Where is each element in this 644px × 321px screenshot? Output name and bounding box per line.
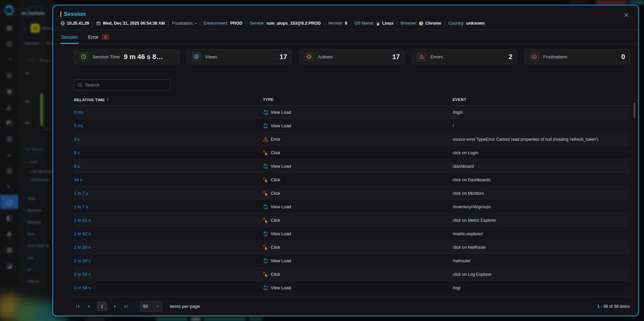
rail-icon-2[interactable]: ▤ xyxy=(0,36,19,50)
table-row[interactable]: 0 msView Load/login xyxy=(74,106,630,119)
first-page-button[interactable] xyxy=(74,302,82,311)
relative-time-link[interactable]: 1 m 42 s xyxy=(74,231,263,236)
event-cell: click on NetRoute xyxy=(453,245,630,250)
rail-icon-15[interactable]: ▩ xyxy=(0,242,19,257)
tree-caret-icon: › xyxy=(23,232,25,236)
rail-icon-4[interactable]: ◍ xyxy=(0,68,19,82)
collapse-chevron-icon[interactable]: ‹ xyxy=(24,26,25,32)
event-cell: click on Login xyxy=(453,151,630,155)
type-header[interactable]: TYPE xyxy=(263,98,453,102)
rail-icon-5[interactable]: ▣ xyxy=(0,84,19,98)
type-label: View Load xyxy=(271,123,291,128)
table-row[interactable]: 2 m 20 sView Load/netroute/ xyxy=(74,254,630,268)
prev-page-button[interactable] xyxy=(85,302,93,311)
rail-icon-1[interactable]: ▦ xyxy=(0,20,19,34)
sidebar-tab-overview[interactable]: Overview xyxy=(24,41,39,45)
sidebar-search-input[interactable]: Search xyxy=(23,144,55,154)
relative-time-link[interactable]: 1 m 41 s xyxy=(74,218,263,223)
rail-icon-10[interactable]: ▥ xyxy=(0,163,19,177)
event-cell: click on Log Explorer xyxy=(453,272,630,277)
table-row[interactable]: 3 sErrorsource error TypeError Cannot re… xyxy=(74,133,630,146)
items-per-page-label: items per page xyxy=(170,304,200,309)
click-icon xyxy=(263,150,268,156)
relative-time-link[interactable]: 1 m 7 s xyxy=(74,204,263,209)
rail-icon-7[interactable]: ◩ xyxy=(0,115,19,130)
relative-time-link[interactable]: 2 m 54 s xyxy=(74,285,263,290)
rail-icon-9[interactable]: ◒ xyxy=(0,147,19,161)
table-scrollbar[interactable] xyxy=(634,103,635,118)
rail-icon-6[interactable]: ◭ xyxy=(0,100,19,114)
explorer-sidebar: motadata ‹ Motad Overview Brows Sessi PR… xyxy=(19,0,56,321)
tree-label: referrer xyxy=(27,279,40,283)
relative-time-header[interactable]: RELATIVE TIME↑ xyxy=(74,98,263,102)
search-input[interactable] xyxy=(85,82,167,87)
chart-menu-icon[interactable] xyxy=(28,57,36,63)
tree-item-session[interactable]: ›Session xyxy=(19,204,56,216)
relative-time-link[interactable]: 2 m 53 s xyxy=(74,272,263,277)
type-label: View Load xyxy=(271,164,291,169)
relative-time-link[interactable]: 2 m 20 s xyxy=(74,258,263,263)
stat-card-errors: Errors2 xyxy=(412,49,517,64)
stat-icon-box xyxy=(304,52,314,62)
table-row[interactable]: 8 sClickclick on Login xyxy=(74,146,630,160)
type-label: View Load xyxy=(271,285,291,290)
last-page-button[interactable] xyxy=(122,302,130,311)
table-row[interactable]: 2 m 53 sClickclick on Log Explorer xyxy=(74,268,630,281)
rail-icon-12[interactable]: ◫ xyxy=(0,195,19,209)
screen: ▦▤◔◍▣◭◩▨◒▥◐◫◧◉▩◪ motadata ‹ Motad Overvi… xyxy=(0,0,644,321)
chrome-icon xyxy=(419,21,424,26)
type-cell: View Load xyxy=(263,110,453,115)
type-cell: Click xyxy=(263,272,453,277)
relative-time-link[interactable]: 0 ms xyxy=(74,110,263,115)
tree-item-core[interactable]: ⌄Core xyxy=(19,156,56,167)
separator: | xyxy=(397,21,398,26)
page-size-select[interactable]: 50 xyxy=(140,301,162,312)
tree-item-view[interactable]: ›View xyxy=(19,192,56,204)
meta-label: Environment: xyxy=(204,21,229,26)
table-row[interactable]: 0 msView Load/ xyxy=(74,119,630,133)
table-row[interactable]: 34 sClickclick on Dashboards xyxy=(74,173,630,187)
table-row[interactable]: 1 m 42 sView Load/metric-explorer/ xyxy=(74,227,630,241)
tree-item-browser[interactable]: ›Browser xyxy=(19,216,56,228)
meta-value: rum_aiops_153@8.2:PROD xyxy=(267,21,321,26)
tab-error[interactable]: Error2 xyxy=(87,30,110,44)
current-page[interactable]: 1 xyxy=(97,302,107,311)
close-button[interactable] xyxy=(621,10,631,20)
rail-icon-16[interactable]: ◪ xyxy=(0,258,19,272)
tree-item-rum-alexandri[interactable]: ›rum.alexandri xyxy=(19,167,56,176)
relative-time-link[interactable]: 2 m 20 s xyxy=(74,245,263,250)
tree-item-referrer[interactable]: ›referrer xyxy=(19,275,56,287)
calendar-icon xyxy=(96,21,101,26)
rail-icon-3[interactable]: ◔ xyxy=(0,52,19,66)
view-load-icon xyxy=(263,285,268,291)
relative-time-link[interactable]: 1 m 7 s xyxy=(74,191,263,196)
table-row[interactable]: 2 m 20 sClickclick on NetRoute xyxy=(74,241,630,254)
rail-icon-8[interactable]: ▨ xyxy=(0,131,19,145)
relative-time-link[interactable]: 9 s xyxy=(74,164,263,169)
table-row[interactable]: 9 sView Load/dashboard xyxy=(74,160,630,173)
tree-item-rum[interactable]: ›rum xyxy=(19,251,56,263)
table-row[interactable]: 1 m 41 sClickclick on Metric Explorer xyxy=(74,214,630,227)
event-cell: source error TypeError Cannot read prope… xyxy=(453,137,630,142)
app-nav-rail: ▦▤◔◍▣◭◩▨◒▥◐◫◧◉▩◪ xyxy=(0,0,19,321)
relative-time-link[interactable]: 3 s xyxy=(74,137,263,142)
click-icon xyxy=(263,245,268,250)
table-row[interactable]: 1 m 7 sClickclick on Monitors xyxy=(74,187,630,200)
tree-caret-icon: › xyxy=(23,256,25,260)
tree-item-event-sourc[interactable]: ›event.sourc xyxy=(19,176,56,184)
rail-icon-14[interactable]: ◉ xyxy=(0,226,19,241)
relative-time-link[interactable]: 34 s xyxy=(74,177,263,182)
next-page-button[interactable] xyxy=(111,302,119,311)
tab-session[interactable]: Session xyxy=(60,30,79,44)
rail-icon-13[interactable]: ◧ xyxy=(0,211,19,225)
rail-icon-11[interactable]: ◐ xyxy=(0,179,19,193)
tree-item-core-web-vi[interactable]: ›Core Web Vi xyxy=(19,240,56,251)
relative-time-link[interactable]: 0 ms xyxy=(74,123,263,128)
workspace-icon[interactable] xyxy=(31,24,40,33)
relative-time-link[interactable]: 8 s xyxy=(74,150,263,155)
tree-item-url[interactable]: ›url xyxy=(19,263,56,275)
table-row[interactable]: 1 m 7 sView Load/inventory/All/groups xyxy=(74,200,630,214)
tree-item-geo[interactable]: ›Geo xyxy=(19,228,56,240)
event-header[interactable]: EVENT xyxy=(453,98,630,102)
table-row[interactable]: 2 m 54 sView Load/log/ xyxy=(74,281,630,295)
